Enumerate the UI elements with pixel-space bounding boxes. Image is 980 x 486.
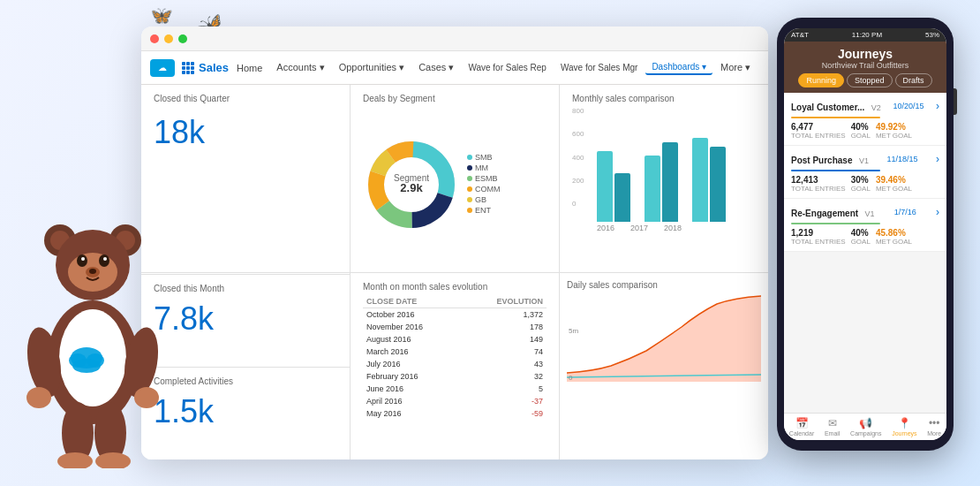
journey-divider-2: [791, 170, 880, 171]
entries-num-1: 6,477: [791, 122, 846, 132]
goal-label-2: GOAL: [851, 185, 871, 193]
bar-2018-1: [692, 138, 708, 222]
svg-point-20: [26, 387, 51, 408]
power-button: [954, 88, 957, 115]
met-num-3: 45.86%: [876, 228, 912, 238]
carrier-label: AT&T: [791, 31, 809, 39]
calendar-icon: 📅: [795, 417, 809, 429]
tab-drafts[interactable]: Drafts: [895, 73, 932, 87]
nav-cases[interactable]: Cases ▾: [412, 60, 460, 75]
more-icon: •••: [929, 417, 940, 429]
sf-navbar: ☁ Sales Home Accounts ▾ Opportunities ▾ …: [141, 51, 768, 85]
stat-entries-2: 12,413 TOTAL ENTRIES: [791, 175, 846, 193]
entries-num-2: 12,413: [791, 175, 846, 185]
goal-label-1: GOAL: [851, 132, 871, 140]
svg-text:2.9k: 2.9k: [400, 181, 423, 194]
table-row: April 2016-37: [363, 395, 547, 407]
nav-wave-rep[interactable]: Wave for Sales Rep: [462, 61, 553, 74]
met-label-1: MET GOAL: [876, 132, 912, 140]
chevron-right-icon-3[interactable]: ›: [936, 206, 939, 218]
card-month-evo-title: Month on month sales evolution: [363, 282, 547, 292]
bar-group-2016: [597, 151, 630, 222]
journey-name-1: Loyal Customer...: [791, 103, 864, 112]
table-row: October 20161,372: [363, 308, 547, 321]
phone-outer-shell: AT&T 11:20 PM 53% Journeys Northview Tra…: [777, 18, 954, 451]
met-label-3: MET GOAL: [876, 238, 912, 246]
card-monthly-sales: Monthly sales comparison 8006004002000: [560, 85, 768, 272]
month-evolution-table: CLOSE DATE EVOLUTION October 20161,372 N…: [363, 295, 547, 420]
goal-num-3: 40%: [851, 228, 871, 238]
table-row: July 201643: [363, 358, 547, 370]
stat-met-3: 45.86% MET GOAL: [876, 228, 912, 246]
chevron-right-icon-1[interactable]: ›: [936, 100, 939, 112]
card-closed-quarter-title: Closed this Quarter: [154, 94, 337, 103]
app-name-label[interactable]: Sales: [199, 61, 229, 74]
card-closed-month-overlay: Closed this Month 7.8k Completed Activit…: [141, 274, 351, 459]
nav-home[interactable]: Home: [230, 61, 268, 75]
svg-point-21: [134, 387, 159, 408]
svg-point-6: [77, 254, 87, 267]
card-deals-title: Deals by Segment: [363, 94, 547, 103]
journey-divider-1: [791, 117, 880, 118]
nav-more-bottom[interactable]: ••• More: [927, 417, 941, 437]
line-chart-svg: 5m 0: [567, 293, 761, 382]
phone-screen: AT&T 11:20 PM 53% Journeys Northview Tra…: [784, 28, 946, 440]
nav-wave-mgr[interactable]: Wave for Sales Mgr: [554, 61, 644, 74]
met-num-2: 39.46%: [876, 175, 912, 185]
svg-text:0: 0: [569, 374, 573, 382]
window-close-dot[interactable]: [150, 34, 159, 43]
email-icon: ✉: [828, 417, 837, 429]
stat-goal-3: 40% GOAL: [851, 228, 871, 246]
nav-dashboards[interactable]: Dashboards ▾: [645, 60, 712, 75]
nav-email[interactable]: ✉ Email: [825, 417, 841, 437]
goal-num-1: 40%: [851, 122, 871, 132]
svg-point-8: [81, 257, 85, 261]
journey-name-area-2: Post Purchase V1: [791, 151, 869, 167]
window-maximize-dot[interactable]: [178, 34, 187, 43]
battery-label: 53%: [925, 31, 939, 39]
nav-calendar[interactable]: 📅 Calendar: [789, 417, 814, 437]
campaigns-icon: 📢: [859, 417, 872, 429]
line-chart-area: 5m 0: [567, 293, 761, 453]
journey-item-loyal: Loyal Customer... V2 10/20/15 › 6,477 TO…: [784, 93, 946, 146]
donut-legend: SMB MM ESMB COMM GB ENT: [467, 153, 501, 216]
journey-name-3: Re-Engagement: [791, 209, 858, 218]
bar-group-2018: [692, 138, 726, 222]
bar-2016-2: [614, 173, 630, 222]
journey-item-reengagement: Re-Engagement V1 1/7/16 › 1,219 TOTAL EN…: [784, 199, 946, 252]
window-minimize-dot[interactable]: [164, 34, 173, 43]
nav-accounts[interactable]: Accounts ▾: [270, 60, 330, 75]
chevron-right-icon-2[interactable]: ›: [936, 153, 939, 165]
card-monthly-title: Monthly sales comparison: [572, 94, 756, 103]
journeys-title: Journeys: [788, 47, 943, 61]
card-completed-value: 1.5k: [154, 393, 337, 430]
bar-label-2018: 2018: [664, 224, 682, 232]
journey-header-2: Post Purchase V1 11/18/15 ›: [791, 151, 939, 167]
nav-campaigns[interactable]: 📢 Campaigns: [850, 417, 881, 437]
bar-chart: 8006004002000: [572, 107, 756, 263]
phone-header: Journeys Northview Trail Outfitters: [784, 42, 946, 73]
journeys-icon: 📍: [898, 417, 911, 429]
entries-label-3: TOTAL ENTRIES: [791, 238, 846, 246]
entries-num-3: 1,219: [791, 228, 846, 238]
journey-version-1: V2: [871, 103, 881, 112]
time-label: 11:20 PM: [852, 31, 882, 39]
nav-journeys[interactable]: 📍 Journeys: [892, 417, 916, 437]
nav-more-label: More: [927, 430, 941, 437]
col-close-date: CLOSE DATE: [363, 295, 463, 308]
nav-more[interactable]: More ▾: [714, 60, 757, 75]
bar-2016-1: [597, 151, 613, 222]
journey-version-2: V1: [859, 156, 869, 165]
bar-group-2017: [645, 142, 678, 222]
nav-journeys-label: Journeys: [892, 430, 916, 437]
nav-opportunities[interactable]: Opportunities ▾: [333, 60, 411, 75]
donut-chart: Segment 2.9k: [363, 136, 460, 233]
entries-label-1: TOTAL ENTRIES: [791, 132, 846, 140]
stat-goal-1: 40% GOAL: [851, 122, 871, 140]
journey-header-3: Re-Engagement V1 1/7/16 ›: [791, 204, 939, 220]
stat-goal-2: 30% GOAL: [851, 175, 871, 193]
tab-running[interactable]: Running: [798, 73, 844, 87]
tab-stopped[interactable]: Stopped: [847, 73, 893, 87]
journey-stats-3: 1,219 TOTAL ENTRIES 40% GOAL 45.86% MET …: [791, 228, 939, 246]
bar-2017-2: [662, 142, 678, 222]
